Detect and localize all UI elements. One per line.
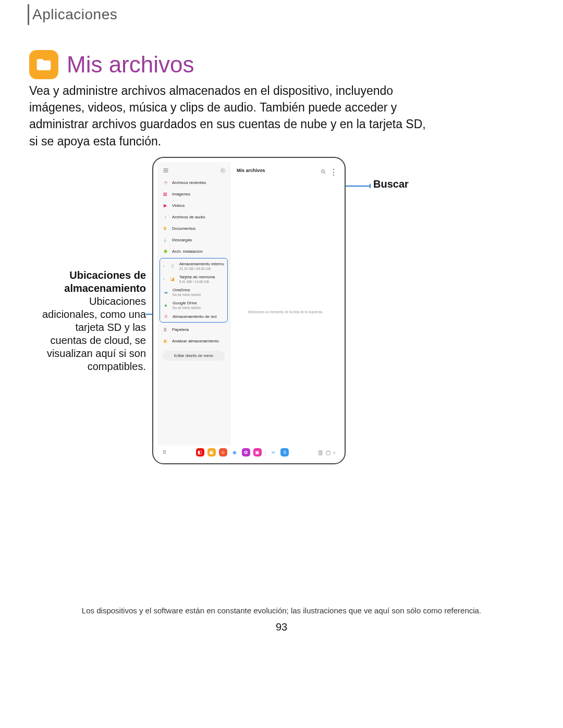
apk-icon: ⬢ bbox=[163, 249, 168, 254]
sidebar-item-label: Archivos de audio bbox=[172, 215, 205, 219]
sidebar-item-label: Almacenamiento interno bbox=[179, 262, 224, 266]
sidebar-item-videos[interactable]: ▶ Videos bbox=[157, 200, 230, 211]
edit-menu-button[interactable]: Editar diseño de menú bbox=[163, 351, 225, 361]
download-icon: ⭳ bbox=[163, 237, 168, 242]
sidebar-item-sublabel: No se inició sesión bbox=[173, 293, 201, 297]
my-files-app-icon bbox=[29, 50, 58, 79]
sidebar-item-analyze[interactable]: ◐ Analizar almacenamiento bbox=[157, 335, 230, 347]
page-number: 93 bbox=[0, 621, 563, 633]
callout-search: Buscar bbox=[373, 178, 409, 190]
sidebar-item-label: Descargas bbox=[172, 238, 192, 242]
divider: | bbox=[265, 450, 266, 455]
svg-point-1 bbox=[322, 170, 325, 173]
sidebar-item-label: Papelera bbox=[172, 327, 189, 332]
main-header-title: Mis archivos bbox=[237, 168, 317, 173]
sidebar-item-sd[interactable]: › ◪ Tarjeta de memoria 5.41 MB / 14.88 G… bbox=[160, 273, 227, 286]
analyze-icon: ◐ bbox=[163, 338, 168, 343]
menu-icon[interactable] bbox=[163, 167, 169, 174]
sidebar-item-sublabel: No se inició sesión bbox=[173, 306, 201, 310]
taskbar-app-icon[interactable]: ☺ bbox=[219, 448, 227, 456]
body-paragraph: Vea y administre archivos almacenados en… bbox=[29, 82, 436, 150]
sidebar-item-label: Google Drive bbox=[173, 301, 197, 305]
search-icon[interactable] bbox=[321, 167, 326, 173]
empty-state-hint: Seleccione un elemento de la lista de la… bbox=[230, 178, 340, 446]
sidebar-item-label: OneDrive bbox=[173, 288, 190, 292]
sidebar-item-label: Analizar almacenamiento bbox=[172, 339, 219, 343]
files-sidebar: ◔ Archivos recientes ▧ Imágenes ▶ Videos… bbox=[157, 162, 230, 446]
section-indicator bbox=[28, 4, 29, 25]
taskbar-app-icon[interactable]: ▣ bbox=[207, 448, 216, 456]
storage-locations-group: › ▯ Almacenamiento interno 22.15 GB / 64… bbox=[160, 258, 228, 323]
onedrive-icon: ☁ bbox=[163, 290, 168, 295]
sidebar-item-label: Arch. instalación bbox=[172, 249, 203, 254]
taskbar-app-icon[interactable]: S bbox=[280, 448, 289, 456]
sidebar-item-internal[interactable]: › ▯ Almacenamiento interno 22.15 GB / 64… bbox=[160, 260, 227, 273]
taskbar-app-icon[interactable]: ◉ bbox=[230, 448, 239, 456]
sidebar-item-label: Archivos recientes bbox=[172, 180, 206, 185]
footnote: Los dispositivos y el software están en … bbox=[0, 606, 563, 615]
taskbar-app-icon[interactable]: ▣ bbox=[253, 448, 262, 456]
sidebar-item-gdrive[interactable]: ▲ Google Drive No se inició sesión bbox=[160, 299, 227, 312]
image-icon: ▧ bbox=[163, 191, 168, 196]
trash-icon: 🗑 bbox=[163, 327, 168, 332]
taskbar-app-icon[interactable]: ✿ bbox=[242, 448, 250, 456]
section-label: Aplicaciones bbox=[32, 6, 117, 23]
sidebar-item-label: Almacenamiento de red bbox=[173, 314, 217, 319]
clock-icon: ◔ bbox=[163, 180, 168, 185]
sidebar-item-images[interactable]: ▧ Imágenes bbox=[157, 188, 230, 200]
sidebar-item-audio[interactable]: ♪ Archivos de audio bbox=[157, 211, 230, 223]
sidebar-item-sublabel: 5.41 MB / 14.88 GB bbox=[179, 280, 215, 283]
tablet-screenshot: ◔ Archivos recientes ▧ Imágenes ▶ Videos… bbox=[152, 157, 346, 464]
chevron-right-icon: › bbox=[163, 277, 165, 281]
sidebar-item-downloads[interactable]: ⭳ Descargas bbox=[157, 234, 230, 245]
taskbar-app-icon[interactable]: ∞ bbox=[269, 448, 277, 456]
nav-back-icon[interactable]: ‹ bbox=[334, 450, 335, 455]
callout-line bbox=[370, 184, 371, 188]
audio-icon: ♪ bbox=[163, 214, 168, 219]
settings-icon[interactable] bbox=[219, 167, 226, 174]
files-main-pane: Mis archivos ⋮ Seleccione un elemento de… bbox=[230, 162, 340, 446]
sidebar-item-label: Imágenes bbox=[172, 192, 190, 196]
phone-icon: ▯ bbox=[170, 264, 175, 269]
main-header: Mis archivos ⋮ bbox=[230, 162, 340, 178]
sidebar-item-sublabel: 22.15 GB / 64.00 GB bbox=[179, 267, 224, 270]
sidebar-item-documents[interactable]: 🗎 Documentos bbox=[157, 223, 230, 234]
nav-home-icon[interactable]: ▢ bbox=[326, 450, 331, 455]
svg-point-0 bbox=[222, 170, 224, 171]
sidebar-item-trash[interactable]: 🗑 Papelera bbox=[157, 324, 230, 335]
network-icon: ⚟ bbox=[163, 314, 168, 319]
sidebar-item-network[interactable]: ⚟ Almacenamiento de red bbox=[160, 312, 227, 321]
page-title: Mis archivos bbox=[67, 52, 194, 78]
android-taskbar: ⠿ ◧ ▣ ☺ ◉ ✿ ▣ | ∞ S ||| ▢ ‹ bbox=[157, 446, 340, 459]
sd-card-icon: ◪ bbox=[170, 277, 175, 282]
callout-storage-locations: Ubicaciones de almacenamiento Ubicacione… bbox=[36, 269, 146, 373]
sidebar-item-label: Tarjeta de memoria bbox=[179, 275, 215, 279]
page-title-row: Mis archivos bbox=[29, 50, 194, 79]
chevron-right-icon: › bbox=[163, 264, 165, 268]
sidebar-item-apk[interactable]: ⬢ Arch. instalación bbox=[157, 245, 230, 257]
document-icon: 🗎 bbox=[163, 226, 168, 231]
sidebar-item-recent[interactable]: ◔ Archivos recientes bbox=[157, 177, 230, 188]
google-drive-icon: ▲ bbox=[163, 303, 168, 308]
callout-left-body: Ubicaciones adicionales, como una tarjet… bbox=[42, 295, 146, 372]
nav-recents-icon[interactable]: ||| bbox=[319, 450, 323, 455]
sidebar-item-label: Videos bbox=[172, 203, 185, 208]
sidebar-item-label: Documentos bbox=[172, 226, 195, 231]
video-icon: ▶ bbox=[163, 203, 168, 208]
apps-grid-icon[interactable]: ⠿ bbox=[163, 450, 166, 455]
taskbar-app-icon[interactable]: ◧ bbox=[196, 448, 204, 456]
sidebar-item-onedrive[interactable]: ☁ OneDrive No se inició sesión bbox=[160, 286, 227, 299]
more-icon[interactable]: ⋮ bbox=[329, 167, 335, 173]
callout-left-title: Ubicaciones de almacenamiento bbox=[64, 269, 146, 294]
